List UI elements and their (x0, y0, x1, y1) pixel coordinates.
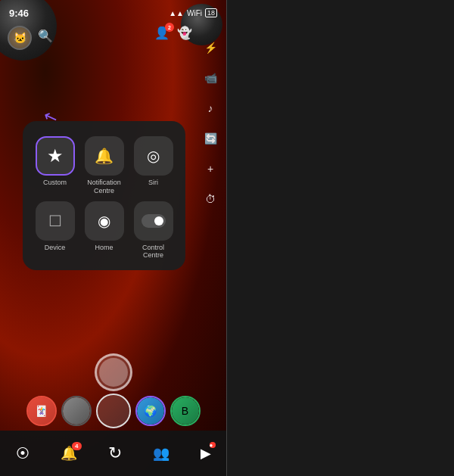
flash-icon-1[interactable]: ⚡ (201, 38, 220, 58)
menu-item-home[interactable]: ◉ Home (82, 201, 126, 260)
story-inner-5: B (172, 397, 199, 425)
menu-grid-1: ★ Custom 🔔 Notification Centre ◎ Siri (33, 136, 175, 260)
story-inner-4: 🌍 (137, 397, 164, 425)
story-inner-3 (98, 395, 129, 427)
siri-label: Siri (148, 179, 158, 187)
menu-item-notification[interactable]: 🔔 Notification Centre (82, 136, 126, 195)
story-5[interactable]: B (170, 396, 201, 426)
battery-1: 18 (205, 8, 217, 17)
menu-item-control[interactable]: Control Centre (132, 201, 175, 260)
story-1[interactable]: 🃏 (26, 396, 57, 426)
add-friend-icon-1[interactable]: 👤2 (154, 26, 169, 40)
tab-notifications-1[interactable]: 🔔4 (61, 445, 77, 462)
menu-item-custom[interactable]: ★ Custom (33, 136, 76, 195)
menu-item-siri[interactable]: ◎ Siri (132, 136, 175, 195)
search-icon-1[interactable]: 🔍 (38, 29, 53, 43)
story-4[interactable]: 🌍 (135, 396, 166, 426)
status-bar-1: 9:46 ▲▲ WiFi 18 (0, 0, 226, 21)
custom-label: Custom (43, 179, 67, 187)
capture-button-1[interactable] (95, 353, 132, 391)
device-icon: ☐ (48, 212, 62, 230)
time-1: 9:46 (9, 8, 29, 19)
avatar-1[interactable]: 🐱 (8, 26, 32, 50)
capture-inner-1 (99, 358, 128, 387)
device-icon-box: ☐ (36, 201, 75, 241)
story-inner-2 (63, 397, 90, 425)
snapchat-ghost-1[interactable]: 👻 (177, 26, 192, 40)
capture-area-1 (95, 353, 132, 391)
notification-label: Notification Centre (82, 179, 126, 195)
menu-item-device[interactable]: ☐ Device (33, 201, 76, 260)
story-2[interactable] (61, 396, 92, 426)
signal-icon-1: ▲▲ (169, 9, 184, 17)
control-icon-box (134, 201, 173, 241)
tab-play-1[interactable]: ▶● (201, 445, 211, 462)
sidebar-right-1: ⚡ 📹 ♪ 🔄 + ⏱ (201, 38, 220, 209)
video-icon-1[interactable]: 📹 (201, 68, 220, 88)
timer-icon-1[interactable]: ⏱ (201, 189, 220, 209)
bell-icon: 🔔 (95, 147, 114, 165)
wifi-icon-1: WiFi (187, 9, 202, 17)
tab-camera-1[interactable]: ⦿ (16, 446, 30, 462)
play-badge-1: ● (210, 442, 216, 448)
home-icon: ◉ (98, 212, 110, 230)
device-label: Device (45, 244, 66, 252)
sticker-icon-1[interactable]: + (201, 159, 220, 179)
home-icon-box: ◉ (85, 201, 124, 241)
stories-row-1: 🃏 🌍 B (0, 393, 226, 429)
panel-1: 9:46 ▲▲ WiFi 18 🐱 🔍 👤2 👻 ⚡ 📹 ♪ 🔄 + ⏱ ↙ (0, 0, 227, 476)
accessibility-menu: ↙ ★ Custom 🔔 Notification Centre ◎ (23, 121, 185, 270)
story-3-capture[interactable] (96, 394, 131, 428)
tab-refresh-1[interactable]: ↻ (108, 443, 122, 463)
custom-icon-box: ★ (36, 136, 75, 176)
notif-badge-1: 4 (72, 442, 81, 450)
notification-icon-box: 🔔 (85, 136, 124, 176)
bottom-bar-1: ⦿ 🔔4 ↻ 👥 ▶● (0, 431, 226, 476)
camera-switch-1[interactable]: 🔄 (201, 129, 220, 148)
star-icon: ★ (47, 145, 64, 166)
home-label: Home (95, 244, 113, 252)
toggle-icon (141, 214, 166, 228)
control-label: Control Centre (132, 244, 175, 260)
music-icon-1[interactable]: ♪ (201, 98, 220, 118)
siri-icon: ◎ (147, 147, 160, 165)
friend-badge-1: 2 (165, 23, 174, 32)
status-icons-1: ▲▲ WiFi 18 (169, 8, 217, 17)
story-inner-1: 🃏 (28, 397, 55, 425)
siri-icon-box: ◎ (134, 136, 173, 176)
top-right-1: 👤2 👻 (154, 26, 192, 40)
tab-friends-1[interactable]: 👥 (153, 445, 169, 462)
